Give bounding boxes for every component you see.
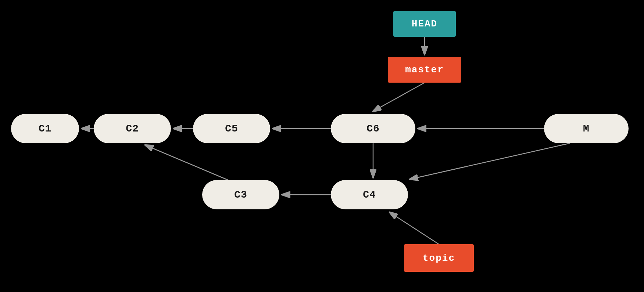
commit-c6: C6 [331,114,415,143]
head-node: HEAD [393,11,456,37]
commit-c3: C3 [202,180,279,209]
svg-line-11 [390,212,439,244]
svg-line-10 [145,145,228,180]
commit-c5: C5 [193,114,270,143]
master-node: master [388,57,461,83]
svg-line-7 [410,143,570,179]
commit-c2: C2 [94,114,171,143]
commit-c4: C4 [331,180,408,209]
topic-node: topic [404,244,474,272]
commit-m: M [544,114,629,143]
svg-line-2 [373,83,425,111]
commit-c1: C1 [11,114,79,143]
git-graph-diagram: HEAD master topic C1 C2 C5 C6 M C3 C4 [0,0,644,292]
